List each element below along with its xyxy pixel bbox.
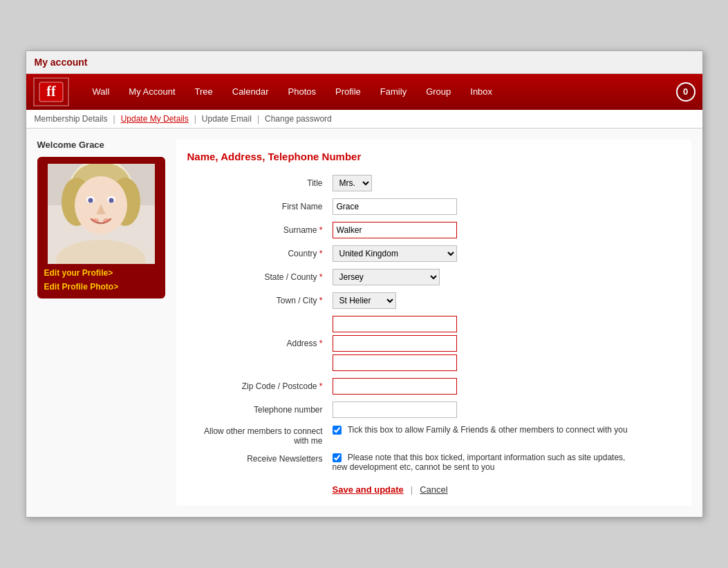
firstname-input[interactable] [333, 198, 457, 215]
country-row: Country United Kingdom United States Aus… [187, 245, 680, 262]
address-line1[interactable] [333, 316, 457, 332]
zip-input[interactable] [333, 378, 457, 395]
svg-point-14 [103, 218, 110, 223]
newsletter-checkbox[interactable] [333, 453, 342, 462]
edit-photo-link[interactable]: Edit Profile Photo> [44, 282, 119, 292]
firstname-label: First Name [187, 202, 333, 211]
sidebar: Welcome Grace [37, 140, 165, 506]
username: Grace [79, 140, 104, 150]
nav-group[interactable]: Group [416, 86, 460, 97]
address-line2[interactable] [333, 335, 457, 352]
form-title: Name, Address, Telephone Number [187, 151, 680, 162]
svg-point-11 [88, 198, 93, 202]
nav-photos[interactable]: Photos [279, 86, 326, 97]
nav-inbox[interactable]: Inbox [460, 86, 502, 97]
sub-change-password[interactable]: Change password [265, 114, 332, 124]
svg-point-12 [109, 198, 113, 202]
connect-checkbox[interactable] [333, 426, 342, 435]
connect-text: Tick this box to allow Family & Friends … [333, 425, 628, 435]
title-label: Title [187, 178, 333, 188]
address-line3[interactable] [333, 354, 457, 371]
title-row: Title Mrs. Mr. Ms. Miss Dr. [187, 175, 680, 191]
app-window: My account ff Wall My Account Tree Calen… [26, 50, 703, 518]
nav-profile[interactable]: Profile [326, 86, 371, 97]
svg-point-13 [92, 218, 99, 223]
nav-wall[interactable]: Wall [83, 86, 120, 97]
surname-row: Surname [187, 222, 680, 238]
nav-tree[interactable]: Tree [185, 86, 223, 97]
welcome-text: Welcome Grace [37, 140, 165, 150]
address-label: Address [187, 339, 333, 348]
tel-label: Telephone number [187, 405, 333, 415]
connect-label: Allow other members to connect with me [187, 425, 333, 446]
newsletter-row: Receive Newsletters Please note that thi… [187, 453, 680, 472]
address-row: Address [187, 316, 680, 371]
page-title: My account [35, 57, 88, 68]
nav-calendar[interactable]: Calendar [223, 86, 279, 97]
svg-text:ff: ff [46, 84, 56, 99]
form-area: Name, Address, Telephone Number Title Mr… [176, 140, 691, 506]
surname-label: Surname [187, 225, 333, 235]
town-row: Town / City St Helier St Brelade St Clem… [187, 292, 680, 309]
zip-row: Zip Code / Postcode [187, 378, 680, 395]
newsletter-label: Receive Newsletters [187, 453, 333, 464]
sub-membership[interactable]: Membership Details [35, 114, 108, 124]
profile-card: Edit your Profile> Edit Profile Photo> [37, 157, 165, 299]
cancel-button[interactable]: Cancel [420, 484, 447, 495]
save-button[interactable]: Save and update [333, 484, 404, 495]
edit-profile-link[interactable]: Edit your Profile> [44, 268, 113, 278]
profile-photo-box [48, 164, 155, 264]
town-label: Town / City [187, 296, 333, 305]
sub-update-email[interactable]: Update Email [202, 114, 252, 124]
country-label: Country [187, 249, 333, 258]
title-bar: My account [26, 51, 702, 74]
inbox-count[interactable]: 0 [676, 82, 696, 102]
welcome-label: Welcome [37, 140, 77, 150]
tel-input[interactable] [333, 401, 457, 418]
main-content: Welcome Grace [26, 129, 702, 517]
zip-label: Zip Code / Postcode [187, 381, 333, 391]
surname-input[interactable] [333, 222, 457, 238]
tel-row: Telephone number [187, 401, 680, 418]
nav-links: Wall My Account Tree Calendar Photos Pro… [83, 86, 676, 97]
nav-my-account[interactable]: My Account [119, 86, 185, 97]
inbox-badge: 0 [676, 82, 696, 102]
title-select[interactable]: Mrs. Mr. Ms. Miss Dr. [333, 175, 372, 191]
nav-family[interactable]: Family [371, 86, 416, 97]
town-select[interactable]: St Helier St Brelade St Clement [333, 292, 396, 309]
connect-row: Allow other members to connect with me T… [187, 425, 680, 446]
logo: ff [33, 77, 69, 106]
form-actions: Save and update | Cancel [187, 484, 680, 495]
state-label: State / County [187, 272, 333, 282]
address-inputs [333, 316, 457, 371]
nav-bar: ff Wall My Account Tree Calendar Photos … [26, 74, 702, 110]
state-row: State / County Jersey Guernsey Isle of M… [187, 269, 680, 285]
firstname-row: First Name [187, 198, 680, 215]
sub-header: Membership Details | Update My Details |… [26, 110, 702, 129]
country-select[interactable]: United Kingdom United States Australia C… [333, 245, 457, 262]
newsletter-text: Please note that this box ticked, import… [333, 453, 630, 472]
sub-update-details[interactable]: Update My Details [121, 114, 189, 124]
state-select[interactable]: Jersey Guernsey Isle of Man [333, 269, 440, 285]
